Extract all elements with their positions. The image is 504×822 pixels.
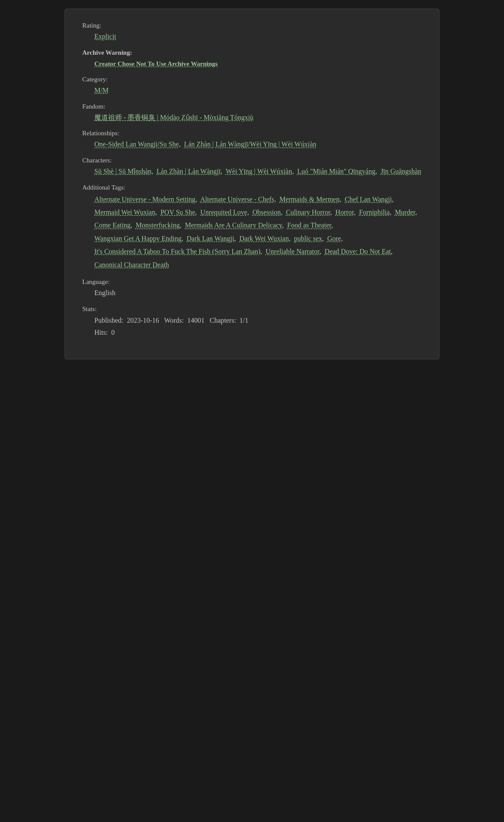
- category-label: Category:: [82, 76, 422, 83]
- char1-link[interactable]: Sū Shè | Sū Mǐnshàn: [94, 168, 152, 175]
- characters-label: Characters:: [82, 157, 422, 164]
- characters-field: Characters: Sū Shè | Sū Mǐnshàn, Lán Zhà…: [82, 157, 422, 177]
- tag16-link[interactable]: Food as Theater: [287, 221, 331, 229]
- char4-link[interactable]: Luó "Mián Mián" Qīngyáng: [297, 168, 375, 175]
- rating-label: Rating:: [82, 22, 422, 29]
- tag25-link[interactable]: Canonical Character Death: [94, 261, 169, 268]
- tag18-link[interactable]: Dark Lan Wangji: [187, 235, 234, 242]
- stats-label: Stats:: [82, 305, 422, 313]
- hits-label: Hits:: [94, 329, 108, 336]
- relationship1-link[interactable]: One-Sided Lan Wangji/Su She: [94, 140, 179, 148]
- fandom-label: Fandom:: [82, 103, 422, 110]
- rating-field: Rating: Explicit: [82, 22, 422, 42]
- archive-warning-label: Archive Warning:: [82, 49, 422, 56]
- tag14-link[interactable]: Monsterfucking: [136, 221, 180, 229]
- tag1-link[interactable]: Alternate Universe - Modern Setting: [94, 196, 196, 203]
- published-value: 2023-10-16: [127, 317, 159, 324]
- fandom-field: Fandom: 魔道祖师 - 墨香铜臭 | Módào Zǔshī - Mòxi…: [82, 103, 422, 123]
- tag2-link[interactable]: Alternate Universe - Chefs: [200, 196, 274, 203]
- relationships-field: Relationships: One-Sided Lan Wangji/Su S…: [82, 130, 422, 150]
- chapters-value: 1/1: [240, 317, 248, 324]
- tag4-link[interactable]: Chef Lan Wangji: [345, 196, 392, 203]
- tag21-link[interactable]: Gore: [327, 235, 341, 242]
- words-label: Words:: [164, 317, 184, 324]
- char3-link[interactable]: Wèi Yīng | Wèi Wúxiàn: [226, 168, 292, 175]
- category-field: Category: M/M: [82, 76, 422, 96]
- tag24-link[interactable]: Dead Dove: Do Not Eat: [325, 248, 391, 255]
- language-value: English: [82, 287, 422, 299]
- category-link[interactable]: M/M: [94, 87, 109, 94]
- tag23-link[interactable]: Unreliable Narrator: [266, 248, 320, 255]
- tag20-link[interactable]: public sex: [294, 235, 322, 242]
- tag7-link[interactable]: Unrequited Love: [200, 209, 247, 216]
- relationships-value: One-Sided Lan Wangji/Su She, Lán Zhàn | …: [82, 139, 422, 150]
- relationships-label: Relationships:: [82, 130, 422, 137]
- characters-value: Sū Shè | Sū Mǐnshàn, Lán Zhàn | Lán Wàng…: [82, 166, 422, 177]
- published-label: Published:: [94, 317, 124, 324]
- relationship2-link[interactable]: Lán Zhàn | Lán Wàngjī/Wèi Yīng | Wèi Wúx…: [184, 140, 316, 148]
- tag3-link[interactable]: Mermaids & Mermen: [280, 196, 340, 203]
- tag17-link[interactable]: Wangxian Get A Happy Ending: [94, 235, 181, 242]
- tag19-link[interactable]: Dark Wei Wuxian: [240, 235, 289, 242]
- language-field: Language: English: [82, 278, 422, 299]
- hits-value: 0: [111, 329, 115, 336]
- stats-value: Published: 2023-10-16 Words: 14001 Chapt…: [82, 314, 422, 339]
- char5-link[interactable]: Jīn Guāngshàn: [380, 168, 421, 175]
- fandom-link[interactable]: 魔道祖师 - 墨香铜臭 | Módào Zǔshī - Mòxiāng Tóng…: [94, 114, 253, 121]
- fandom-value: 魔道祖师 - 墨香铜臭 | Módào Zǔshī - Mòxiāng Tóng…: [82, 112, 422, 123]
- tag22-link[interactable]: It's Considered A Taboo To Fuck The Fish…: [94, 248, 261, 255]
- tag15-link[interactable]: Mermaids Are A Culinary Delicacy: [185, 221, 282, 229]
- language-label: Language:: [82, 278, 422, 286]
- tag12-link[interactable]: Murder: [395, 209, 415, 216]
- tag11-link[interactable]: Forniphilia: [359, 209, 390, 216]
- archive-warning-field: Archive Warning: Creator Chose Not To Us…: [82, 49, 422, 69]
- stats-field: Stats: Published: 2023-10-16 Words: 1400…: [82, 305, 422, 339]
- tag5-link[interactable]: Mermaid Wei Wuxian: [94, 209, 155, 216]
- tag8-link[interactable]: Obsession: [252, 209, 281, 216]
- metadata-container: Rating: Explicit Archive Warning: Creato…: [65, 9, 439, 359]
- words-value: 14001: [187, 317, 205, 324]
- chapters-label: Chapters:: [210, 317, 236, 324]
- rating-value: Explicit: [82, 31, 422, 42]
- char2-link[interactable]: Lán Zhàn | Lán Wàngjī: [157, 168, 221, 175]
- archive-warning-value: Creator Chose Not To Use Archive Warning…: [82, 58, 422, 69]
- tags-list: Alternate Universe - Modern Setting, Alt…: [82, 193, 422, 271]
- additional-tags-label: Additional Tags:: [82, 184, 422, 191]
- additional-tags-field: Additional Tags: Alternate Universe - Mo…: [82, 184, 422, 271]
- tag13-link[interactable]: Come Eating: [94, 221, 131, 229]
- tag9-link[interactable]: Culinary Horror: [286, 209, 330, 216]
- tag6-link[interactable]: POV Su She: [160, 209, 195, 216]
- category-value: M/M: [82, 85, 422, 96]
- rating-link[interactable]: Explicit: [94, 33, 116, 40]
- archive-warning-link[interactable]: Creator Chose Not To Use Archive Warning…: [94, 60, 218, 67]
- tag10-link[interactable]: Horror: [336, 209, 354, 216]
